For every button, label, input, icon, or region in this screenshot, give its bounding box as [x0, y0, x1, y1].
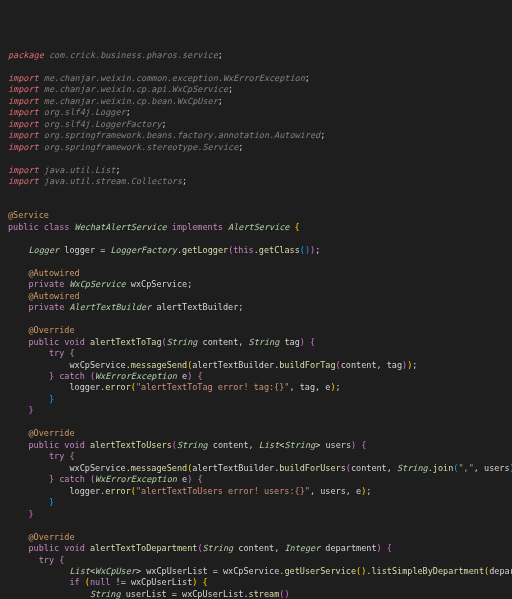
try-line: try {: [8, 348, 75, 358]
annotation: @Override: [8, 428, 75, 438]
annotation: @Override: [8, 532, 75, 542]
import-line: import org.slf4j.Logger;: [8, 107, 131, 117]
annotation: @Override: [8, 325, 75, 335]
import-line: import me.chanjar.weixin.common.exceptio…: [8, 73, 310, 83]
field-alerttextbuilder: private AlertTextBuilder alertTextBuilde…: [8, 302, 243, 312]
call-line: wxCpService.messageSend(alertTextBuilder…: [8, 463, 512, 473]
code-viewer: package com.crick.business.pharos.servic…: [8, 50, 504, 599]
import-line: import java.util.stream.Collectors;: [8, 176, 187, 186]
log-line: logger.error("alertTextToTag error! tag:…: [8, 382, 341, 392]
field-wxcpservice: private WxCpService wxCpService;: [8, 279, 192, 289]
annotation: @Autowired: [8, 291, 80, 301]
annotation: @Autowired: [8, 268, 80, 278]
try-line: try {: [8, 451, 75, 461]
import-line: import org.springframework.stereotype.Se…: [8, 142, 243, 152]
annotation: @Service: [8, 210, 49, 220]
import-line: import org.slf4j.LoggerFactory;: [8, 119, 167, 129]
import-line: import me.chanjar.weixin.cp.bean.WxCpUse…: [8, 96, 223, 106]
method-alerttexttotag-sig: public void alertTextToTag(String conten…: [8, 337, 315, 347]
try-line: try {: [8, 555, 64, 565]
method-alerttexttodepartment-sig: public void alertTextToDepartment(String…: [8, 543, 392, 553]
close-brace: }: [8, 394, 54, 404]
close-brace: }: [8, 509, 34, 519]
import-line: import org.springframework.beans.factory…: [8, 130, 325, 140]
stmt-line: String userList = wxCpUserList.stream(): [8, 589, 290, 599]
close-brace: }: [8, 405, 34, 415]
call-line: wxCpService.messageSend(alertTextBuilder…: [8, 360, 417, 370]
if-line: if (null != wxCpUserList) {: [8, 577, 208, 587]
field-logger: Logger logger = LoggerFactory.getLogger(…: [8, 245, 320, 255]
import-line: import me.chanjar.weixin.cp.api.WxCpServ…: [8, 84, 233, 94]
class-decl: public class WechatAlertService implemen…: [8, 222, 300, 232]
catch-line: } catch (WxErrorException e) {: [8, 474, 203, 484]
catch-line: } catch (WxErrorException e) {: [8, 371, 203, 381]
log-line: logger.error("alertTextToUsers error! us…: [8, 486, 371, 496]
import-line: import java.util.List;: [8, 165, 121, 175]
method-alerttexttousers-sig: public void alertTextToUsers(String cont…: [8, 440, 366, 450]
stmt-line: List<WxCpUser> wxCpUserList = wxCpServic…: [8, 566, 512, 576]
pkg-line: package com.crick.business.pharos.servic…: [8, 50, 223, 60]
close-brace: }: [8, 497, 54, 507]
